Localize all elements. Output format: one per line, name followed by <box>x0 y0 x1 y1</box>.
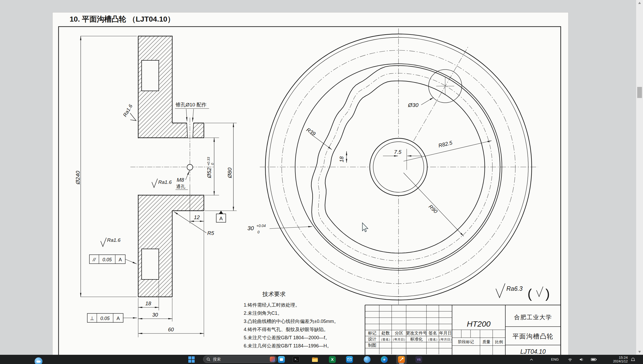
dim7-5-label: 7.5 <box>394 149 402 155</box>
tb-draft-label: 制图 <box>368 343 376 347</box>
taskbar: 搜索 >_ X e VS <box>0 355 643 364</box>
taper-hole-label: 锥孔Ø10 配作 <box>176 102 207 107</box>
taskbar-app-terminal[interactable]: >_ <box>291 355 301 364</box>
tech-req-item: 1.铸件需经人工时效处理。 <box>244 302 300 308</box>
tech-req-item: 6.未注几何公差按GB/T 1184—1996—H。 <box>244 343 332 348</box>
scrollbar[interactable] <box>636 0 643 355</box>
tb-weight-label: 质量 <box>482 340 490 344</box>
mail-icon <box>346 356 353 363</box>
datum-a-letter: A <box>219 216 223 221</box>
taskbar-app-store[interactable] <box>276 355 287 364</box>
tb-material: HT200 <box>467 319 491 328</box>
parallel-tolerance: 0.05 <box>102 257 112 262</box>
file-explorer-icon <box>311 356 318 363</box>
clock-time: 15:24 <box>619 356 628 360</box>
m8-label: M8 <box>177 177 184 183</box>
search-box[interactable]: 搜索 <box>203 356 277 363</box>
taskbar-app-file-explorer[interactable] <box>310 355 320 364</box>
windows-logo-icon <box>188 356 195 363</box>
dim30tol-label: 30 <box>247 225 254 232</box>
weather-icon <box>35 357 42 364</box>
dim30-label: 30 <box>152 312 158 318</box>
tray-clock[interactable]: 15:24 2024/1/12 <box>603 355 628 364</box>
tb-rev-docno: 更改文件号 <box>406 331 427 335</box>
dim30-tol-lower: 0 <box>257 230 260 234</box>
dev-app-icon: VS <box>415 356 422 363</box>
dia52-tol-lower: 0 <box>210 163 214 165</box>
clock-date: 2024/1/12 <box>613 360 628 363</box>
tb-stage-label: 阶段标记 <box>458 340 474 344</box>
cad-app-icon <box>398 356 405 363</box>
dia30-label: Ø30 <box>408 102 419 108</box>
tech-req-item: 5.未注尺寸公差按GB/T 1804—2000—f。 <box>244 335 330 340</box>
parallel-symbol: // <box>92 257 96 262</box>
excel-icon: X <box>329 356 336 363</box>
taper-hole <box>187 122 194 138</box>
ra16-bore-label: Ra1.6 <box>158 179 172 185</box>
bore-opening <box>137 138 205 195</box>
tb-std-sign: （签名） <box>426 338 439 341</box>
groove-notch-bottom <box>142 249 159 279</box>
scrollbar-track[interactable] <box>636 0 643 355</box>
dia52-tol-upper: +0.33 <box>207 157 210 166</box>
tech-req-item: 2.未注倒角为C1。 <box>244 311 282 316</box>
tb-design-label: 设计 <box>368 337 376 341</box>
dim30-tol-upper: +0.04 <box>256 224 266 228</box>
tb-scale-label: 比例 <box>495 340 503 344</box>
taskbar-app-mail[interactable] <box>344 355 355 364</box>
dia80-label: Ø80 <box>227 168 233 178</box>
browser-icon <box>364 356 371 363</box>
tray-notification-button[interactable] <box>629 355 637 364</box>
paren-open: ( <box>527 286 532 301</box>
m8-hole <box>187 164 193 170</box>
perp-symbol: ⊥ <box>90 316 94 321</box>
taskbar-app-excel[interactable]: X <box>327 355 338 364</box>
tb-rev-mark: 标记 <box>368 331 376 335</box>
tb-rev-sign: 签名 <box>429 331 437 335</box>
groove-notch-top <box>142 60 159 91</box>
bell-icon <box>631 357 635 361</box>
m8-note: 通孔 <box>176 184 185 189</box>
tray-language-button[interactable]: ENG <box>549 355 561 364</box>
terminal-app-icon: >_ <box>293 356 300 363</box>
store-app-icon <box>278 356 285 363</box>
groove18-label: 18 <box>339 156 344 162</box>
paren-close: ) <box>545 286 550 301</box>
taskbar-app-dev-tool[interactable]: VS <box>414 355 424 364</box>
tb-rev-date: 年月日 <box>439 331 452 335</box>
tray-wifi-button[interactable] <box>566 355 574 364</box>
drawing-sheet <box>52 12 568 355</box>
perp-datum: A <box>117 316 120 321</box>
parallel-datum: A <box>119 257 122 262</box>
edge-icon: e <box>381 356 388 363</box>
tb-rev-count: 处数 <box>381 331 390 335</box>
tray-battery-button[interactable] <box>589 355 598 364</box>
page-title: 10. 平面沟槽凸轮 （LJT04.10） <box>70 15 175 23</box>
tray-chevron-button[interactable] <box>527 355 535 364</box>
taskbar-app-cad-viewer[interactable] <box>396 355 407 364</box>
center-bore-circle <box>370 138 427 196</box>
language-label: ENG <box>551 357 559 361</box>
battery-icon <box>591 358 597 361</box>
search-placeholder: 搜索 <box>213 357 267 362</box>
start-button[interactable] <box>186 355 197 364</box>
wifi-icon <box>568 358 572 361</box>
cad-viewer-canvas: 10. 平面沟槽凸轮 （LJT04.10） Ø240 <box>0 0 643 355</box>
desktop-screen: 10. 平面沟槽凸轮 （LJT04.10） Ø240 <box>0 0 643 364</box>
active-app-indicator <box>399 363 404 364</box>
tech-req-item: 3.凸轮曲线槽的中心线径向偏差为±0.05mm。 <box>244 319 339 324</box>
search-highlight-thumbnail[interactable] <box>270 357 275 362</box>
tb-drawing-number: LJT04.10 <box>520 348 546 355</box>
taskbar-app-edge[interactable]: e <box>379 355 390 364</box>
tb-rev-zone: 分区 <box>395 331 403 335</box>
widgets-weather-button[interactable] <box>33 355 44 364</box>
r5-label: R5 <box>207 230 214 236</box>
dia240-label: Ø240 <box>75 171 81 185</box>
tb-university: 合肥工业大学 <box>514 314 552 321</box>
tray-volume-button[interactable] <box>578 355 586 364</box>
taskbar-app-browser[interactable] <box>362 355 372 364</box>
tech-req-item: 4.铸件不得有气孔、裂纹及砂眼等缺陷。 <box>244 327 328 332</box>
dim60-label: 60 <box>168 327 174 332</box>
scrollbar-thumb[interactable] <box>637 87 642 98</box>
tb-std-date: （年月日） <box>438 338 453 341</box>
